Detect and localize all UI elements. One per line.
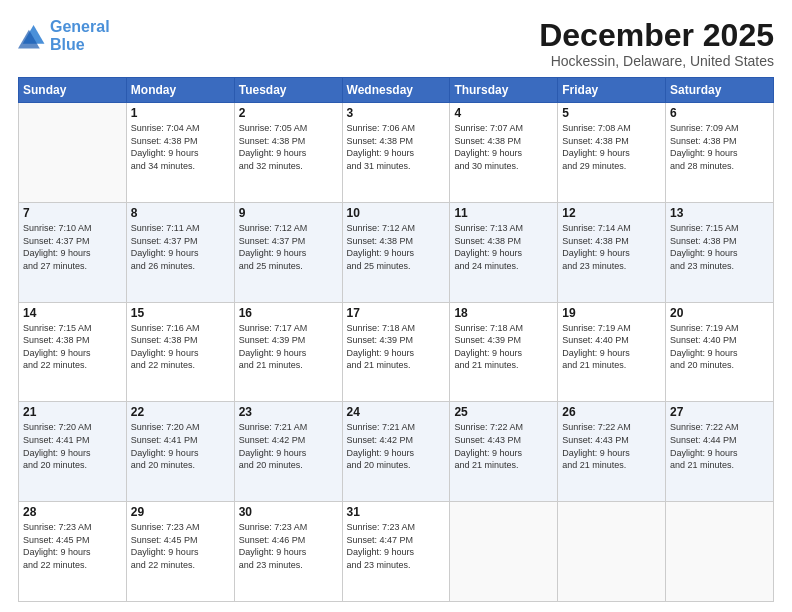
calendar-cell: 15Sunrise: 7:16 AM Sunset: 4:38 PM Dayli… xyxy=(126,302,234,402)
day-number: 26 xyxy=(562,405,661,419)
day-info: Sunrise: 7:12 AM Sunset: 4:38 PM Dayligh… xyxy=(347,222,446,272)
col-header-saturday: Saturday xyxy=(666,78,774,103)
calendar-cell xyxy=(558,502,666,602)
calendar-week-row: 21Sunrise: 7:20 AM Sunset: 4:41 PM Dayli… xyxy=(19,402,774,502)
calendar-cell: 14Sunrise: 7:15 AM Sunset: 4:38 PM Dayli… xyxy=(19,302,127,402)
day-number: 6 xyxy=(670,106,769,120)
day-number: 13 xyxy=(670,206,769,220)
calendar-cell: 28Sunrise: 7:23 AM Sunset: 4:45 PM Dayli… xyxy=(19,502,127,602)
day-info: Sunrise: 7:09 AM Sunset: 4:38 PM Dayligh… xyxy=(670,122,769,172)
day-number: 31 xyxy=(347,505,446,519)
calendar-cell: 17Sunrise: 7:18 AM Sunset: 4:39 PM Dayli… xyxy=(342,302,450,402)
logo-line2: Blue xyxy=(50,36,85,53)
day-info: Sunrise: 7:13 AM Sunset: 4:38 PM Dayligh… xyxy=(454,222,553,272)
header: General Blue December 2025 Hockessin, De… xyxy=(18,18,774,69)
calendar-cell xyxy=(19,103,127,203)
day-info: Sunrise: 7:23 AM Sunset: 4:46 PM Dayligh… xyxy=(239,521,338,571)
day-info: Sunrise: 7:07 AM Sunset: 4:38 PM Dayligh… xyxy=(454,122,553,172)
day-info: Sunrise: 7:23 AM Sunset: 4:47 PM Dayligh… xyxy=(347,521,446,571)
day-number: 3 xyxy=(347,106,446,120)
calendar-cell: 16Sunrise: 7:17 AM Sunset: 4:39 PM Dayli… xyxy=(234,302,342,402)
page: General Blue December 2025 Hockessin, De… xyxy=(0,0,792,612)
calendar-cell: 1Sunrise: 7:04 AM Sunset: 4:38 PM Daylig… xyxy=(126,103,234,203)
calendar-week-row: 7Sunrise: 7:10 AM Sunset: 4:37 PM Daylig… xyxy=(19,202,774,302)
day-info: Sunrise: 7:15 AM Sunset: 4:38 PM Dayligh… xyxy=(670,222,769,272)
calendar-cell: 4Sunrise: 7:07 AM Sunset: 4:38 PM Daylig… xyxy=(450,103,558,203)
day-info: Sunrise: 7:22 AM Sunset: 4:43 PM Dayligh… xyxy=(454,421,553,471)
calendar-cell: 25Sunrise: 7:22 AM Sunset: 4:43 PM Dayli… xyxy=(450,402,558,502)
col-header-wednesday: Wednesday xyxy=(342,78,450,103)
day-number: 7 xyxy=(23,206,122,220)
day-number: 2 xyxy=(239,106,338,120)
calendar-cell: 2Sunrise: 7:05 AM Sunset: 4:38 PM Daylig… xyxy=(234,103,342,203)
day-number: 21 xyxy=(23,405,122,419)
day-info: Sunrise: 7:15 AM Sunset: 4:38 PM Dayligh… xyxy=(23,322,122,372)
calendar-cell: 31Sunrise: 7:23 AM Sunset: 4:47 PM Dayli… xyxy=(342,502,450,602)
day-number: 23 xyxy=(239,405,338,419)
day-info: Sunrise: 7:10 AM Sunset: 4:37 PM Dayligh… xyxy=(23,222,122,272)
col-header-thursday: Thursday xyxy=(450,78,558,103)
calendar-cell: 24Sunrise: 7:21 AM Sunset: 4:42 PM Dayli… xyxy=(342,402,450,502)
day-number: 11 xyxy=(454,206,553,220)
day-info: Sunrise: 7:23 AM Sunset: 4:45 PM Dayligh… xyxy=(23,521,122,571)
day-info: Sunrise: 7:20 AM Sunset: 4:41 PM Dayligh… xyxy=(23,421,122,471)
calendar-cell: 10Sunrise: 7:12 AM Sunset: 4:38 PM Dayli… xyxy=(342,202,450,302)
day-number: 27 xyxy=(670,405,769,419)
calendar-cell xyxy=(450,502,558,602)
day-number: 16 xyxy=(239,306,338,320)
day-info: Sunrise: 7:06 AM Sunset: 4:38 PM Dayligh… xyxy=(347,122,446,172)
calendar-cell: 20Sunrise: 7:19 AM Sunset: 4:40 PM Dayli… xyxy=(666,302,774,402)
day-info: Sunrise: 7:11 AM Sunset: 4:37 PM Dayligh… xyxy=(131,222,230,272)
calendar-cell: 23Sunrise: 7:21 AM Sunset: 4:42 PM Dayli… xyxy=(234,402,342,502)
day-info: Sunrise: 7:16 AM Sunset: 4:38 PM Dayligh… xyxy=(131,322,230,372)
calendar-week-row: 28Sunrise: 7:23 AM Sunset: 4:45 PM Dayli… xyxy=(19,502,774,602)
calendar-week-row: 1Sunrise: 7:04 AM Sunset: 4:38 PM Daylig… xyxy=(19,103,774,203)
day-number: 14 xyxy=(23,306,122,320)
day-info: Sunrise: 7:22 AM Sunset: 4:44 PM Dayligh… xyxy=(670,421,769,471)
calendar-cell: 12Sunrise: 7:14 AM Sunset: 4:38 PM Dayli… xyxy=(558,202,666,302)
col-header-monday: Monday xyxy=(126,78,234,103)
day-info: Sunrise: 7:21 AM Sunset: 4:42 PM Dayligh… xyxy=(347,421,446,471)
logo-line1: General xyxy=(50,18,110,35)
calendar-week-row: 14Sunrise: 7:15 AM Sunset: 4:38 PM Dayli… xyxy=(19,302,774,402)
calendar-cell: 19Sunrise: 7:19 AM Sunset: 4:40 PM Dayli… xyxy=(558,302,666,402)
day-info: Sunrise: 7:04 AM Sunset: 4:38 PM Dayligh… xyxy=(131,122,230,172)
day-number: 4 xyxy=(454,106,553,120)
day-number: 8 xyxy=(131,206,230,220)
day-number: 20 xyxy=(670,306,769,320)
day-number: 5 xyxy=(562,106,661,120)
day-info: Sunrise: 7:18 AM Sunset: 4:39 PM Dayligh… xyxy=(454,322,553,372)
calendar-cell: 29Sunrise: 7:23 AM Sunset: 4:45 PM Dayli… xyxy=(126,502,234,602)
calendar-cell: 27Sunrise: 7:22 AM Sunset: 4:44 PM Dayli… xyxy=(666,402,774,502)
calendar-cell: 8Sunrise: 7:11 AM Sunset: 4:37 PM Daylig… xyxy=(126,202,234,302)
day-info: Sunrise: 7:18 AM Sunset: 4:39 PM Dayligh… xyxy=(347,322,446,372)
logo-icon xyxy=(18,22,46,50)
col-header-friday: Friday xyxy=(558,78,666,103)
day-number: 22 xyxy=(131,405,230,419)
day-info: Sunrise: 7:08 AM Sunset: 4:38 PM Dayligh… xyxy=(562,122,661,172)
calendar-cell: 3Sunrise: 7:06 AM Sunset: 4:38 PM Daylig… xyxy=(342,103,450,203)
day-number: 17 xyxy=(347,306,446,320)
calendar-cell: 6Sunrise: 7:09 AM Sunset: 4:38 PM Daylig… xyxy=(666,103,774,203)
day-info: Sunrise: 7:20 AM Sunset: 4:41 PM Dayligh… xyxy=(131,421,230,471)
day-number: 29 xyxy=(131,505,230,519)
calendar-cell: 21Sunrise: 7:20 AM Sunset: 4:41 PM Dayli… xyxy=(19,402,127,502)
calendar-cell: 5Sunrise: 7:08 AM Sunset: 4:38 PM Daylig… xyxy=(558,103,666,203)
day-info: Sunrise: 7:21 AM Sunset: 4:42 PM Dayligh… xyxy=(239,421,338,471)
calendar-header-row: SundayMondayTuesdayWednesdayThursdayFrid… xyxy=(19,78,774,103)
main-title: December 2025 xyxy=(539,18,774,53)
col-header-sunday: Sunday xyxy=(19,78,127,103)
day-number: 28 xyxy=(23,505,122,519)
day-number: 15 xyxy=(131,306,230,320)
day-number: 30 xyxy=(239,505,338,519)
day-number: 10 xyxy=(347,206,446,220)
logo: General Blue xyxy=(18,18,110,53)
day-info: Sunrise: 7:19 AM Sunset: 4:40 PM Dayligh… xyxy=(562,322,661,372)
day-info: Sunrise: 7:14 AM Sunset: 4:38 PM Dayligh… xyxy=(562,222,661,272)
calendar-cell: 30Sunrise: 7:23 AM Sunset: 4:46 PM Dayli… xyxy=(234,502,342,602)
subtitle: Hockessin, Delaware, United States xyxy=(539,53,774,69)
day-info: Sunrise: 7:12 AM Sunset: 4:37 PM Dayligh… xyxy=(239,222,338,272)
calendar-cell: 13Sunrise: 7:15 AM Sunset: 4:38 PM Dayli… xyxy=(666,202,774,302)
day-number: 25 xyxy=(454,405,553,419)
day-number: 18 xyxy=(454,306,553,320)
